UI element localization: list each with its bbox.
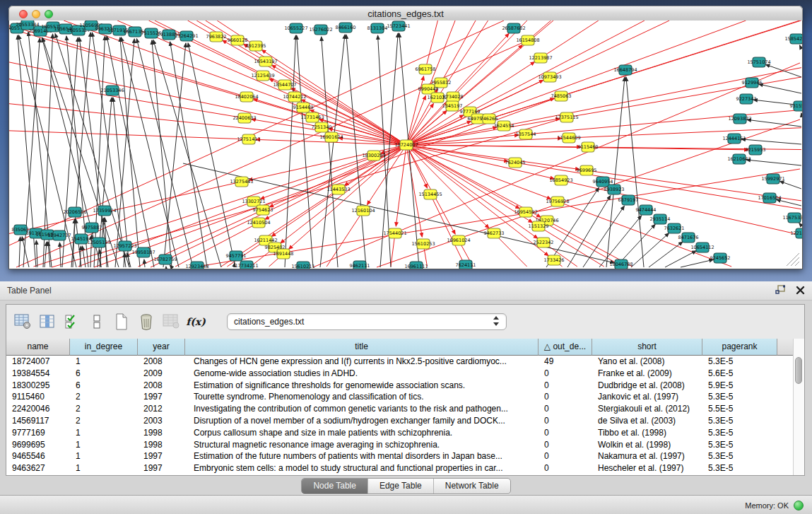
minimize-window-button[interactable] <box>32 10 40 18</box>
graph-node[interactable]: 7624045 <box>505 158 526 168</box>
graph-node[interactable]: 9245652 <box>710 253 731 263</box>
graph-node[interactable]: 22400633 <box>233 113 256 123</box>
graph-node[interactable]: 1151329 <box>529 221 549 231</box>
graph-node[interactable]: 15723441 <box>387 21 410 31</box>
graph-node[interactable]: 21053346 <box>100 86 124 95</box>
graph-node[interactable]: 12093872 <box>728 114 751 124</box>
column-header-short[interactable]: short <box>592 339 702 356</box>
table-row[interactable]: 911546021997Tourette syndrome. Phenomeno… <box>6 391 793 403</box>
graph-node[interactable]: 16782759 <box>153 255 177 264</box>
graph-node[interactable]: 8131304 <box>367 23 388 33</box>
graph-node[interactable]: 7963822 <box>206 32 227 42</box>
graph-node[interactable]: 7632621 <box>664 223 685 233</box>
graph-node[interactable]: 17734211 <box>235 261 258 269</box>
graph-node[interactable]: 9315521 <box>790 101 802 111</box>
window-titlebar[interactable]: citations_edges.txt <box>8 6 803 22</box>
graph-node[interactable]: 15276022 <box>309 25 332 35</box>
graph-node[interactable]: 17544021 <box>383 228 406 238</box>
graph-node[interactable]: 10973493 <box>538 72 561 82</box>
table-row[interactable]: 2242004622012Investigating the contribut… <box>6 403 793 415</box>
float-panel-icon[interactable] <box>775 285 786 298</box>
graph-node[interactable]: 12214415 <box>790 228 802 238</box>
graph-node[interactable]: 9660128 <box>228 35 248 45</box>
graph-node[interactable]: 12505135 <box>87 238 110 247</box>
graph-node[interactable]: 9699695 <box>577 165 597 175</box>
graph-node[interactable]: 9227343 <box>736 94 757 104</box>
graph-node[interactable]: 15992971 <box>761 174 784 184</box>
column-header-title[interactable]: title <box>185 339 539 356</box>
graph-node[interactable]: 15751074 <box>747 57 770 67</box>
graph-node[interactable]: 18300295 <box>362 151 385 160</box>
function-builder-icon[interactable]: f(x) <box>187 313 205 331</box>
table-row[interactable]: 1456911722003Disruption of a novel membe… <box>6 415 793 427</box>
close-panel-icon[interactable] <box>796 285 805 298</box>
graph-node[interactable]: 9154469 <box>293 103 314 112</box>
graph-node[interactable]: 746266 <box>481 114 498 124</box>
table-row[interactable]: 1872400712008Changes of HCN gene express… <box>6 356 793 368</box>
graph-node[interactable]: 16961111 <box>404 262 428 269</box>
graph-node[interactable]: 9462111 <box>350 261 370 269</box>
graph-node[interactable]: 12213987 <box>529 53 552 63</box>
column-header-name[interactable]: name <box>6 339 70 356</box>
graph-node[interactable]: 26587682 <box>502 23 525 33</box>
graph-node[interactable]: 12410504 <box>247 218 270 228</box>
graph-node[interactable]: 7624111 <box>456 260 476 269</box>
column-header-out-de-[interactable]: △ out_de... <box>539 339 592 356</box>
network-view-window[interactable]: citations_edges.txt 18724007183002956961… <box>8 6 803 269</box>
graph-node[interactable]: 12444151 <box>722 134 746 144</box>
column-header-pagerank[interactable]: pagerank <box>702 339 777 356</box>
graph-node[interactable]: 11731463 <box>300 112 324 122</box>
table-selector-dropdown[interactable]: citations_edges.txt <box>227 313 507 330</box>
graph-node[interactable]: 12125439 <box>251 71 274 81</box>
tab-node-table[interactable]: Node Table <box>302 479 368 493</box>
graph-node[interactable]: 17016504 <box>758 193 781 203</box>
tab-edge-table[interactable]: Edge Table <box>368 479 434 493</box>
graph-node[interactable]: 21264291 <box>175 31 198 41</box>
graph-node[interactable]: 16954592 <box>514 207 537 217</box>
graph-node[interactable]: 12160104 <box>351 206 375 216</box>
graph-node[interactable]: 16854923 <box>549 175 572 185</box>
table-mode-icon[interactable] <box>13 313 32 331</box>
row-selection-icon[interactable] <box>63 313 81 331</box>
graph-node[interactable]: 8471676 <box>678 233 699 243</box>
graph-node[interactable]: 19756928 <box>546 197 569 206</box>
graph-node[interactable]: 8466160 <box>336 23 356 33</box>
table-row[interactable]: 946362711997Embryonic stem cells: a mode… <box>6 462 793 474</box>
graph-node[interactable]: 8215953 <box>746 145 766 155</box>
graph-node[interactable]: 9115460 <box>578 142 599 152</box>
table-row[interactable]: 1938455462009Genome-wide association stu… <box>6 368 793 380</box>
graph-node[interactable]: 11443533 <box>326 185 350 194</box>
graph-node[interactable]: 17375115 <box>555 112 578 122</box>
graph-node[interactable]: 16543197 <box>254 57 277 66</box>
graph-node[interactable]: 11544609 <box>557 133 580 143</box>
graph-node[interactable]: 8912395 <box>246 41 266 51</box>
graph-node[interactable]: 2935114 <box>650 214 671 224</box>
table-row[interactable]: 1830029562008Estimation of significance … <box>6 380 793 392</box>
network-canvas[interactable]: 1872400718300295696175879558126990448162… <box>9 21 802 269</box>
graph-node[interactable]: 6879197 <box>618 195 639 205</box>
close-window-button[interactable] <box>19 10 28 18</box>
table-row[interactable]: 946554611997Estimation of the future num… <box>6 450 793 462</box>
row-height-icon[interactable] <box>88 313 106 331</box>
zoom-window-button[interactable] <box>45 10 53 18</box>
show-columns-icon[interactable] <box>38 313 57 331</box>
table-row[interactable]: 969969511998Structural magnetic resonanc… <box>6 439 793 451</box>
graph-node[interactable]: 7485063 <box>551 91 572 101</box>
graph-node[interactable]: 15134455 <box>418 189 442 199</box>
graph-node[interactable]: 1357544 <box>516 129 536 139</box>
graph-node[interactable]: 16210643 <box>727 154 751 164</box>
column-header-year[interactable]: year <box>138 339 185 356</box>
graph-node[interactable]: 8938923 <box>604 185 625 194</box>
graph-node[interactable]: 16901624 <box>319 132 343 142</box>
scrollbar-thumb[interactable] <box>795 357 802 384</box>
graph-node[interactable]: 15854209 <box>784 34 802 44</box>
graph-node[interactable]: 16961024 <box>447 235 470 245</box>
graph-node[interactable]: 10654112 <box>690 243 714 252</box>
column-header-in-degree[interactable]: in_degree <box>70 339 138 356</box>
graph-node[interactable]: 12751411 <box>237 134 260 144</box>
graph-node[interactable]: 1891448 <box>273 249 294 259</box>
graph-node[interactable]: 7251340 <box>312 122 332 132</box>
canvas-resize-grip[interactable] <box>787 253 799 266</box>
graph-node[interactable]: 11675334 <box>782 213 802 223</box>
table-scrollbar[interactable] <box>793 339 804 475</box>
